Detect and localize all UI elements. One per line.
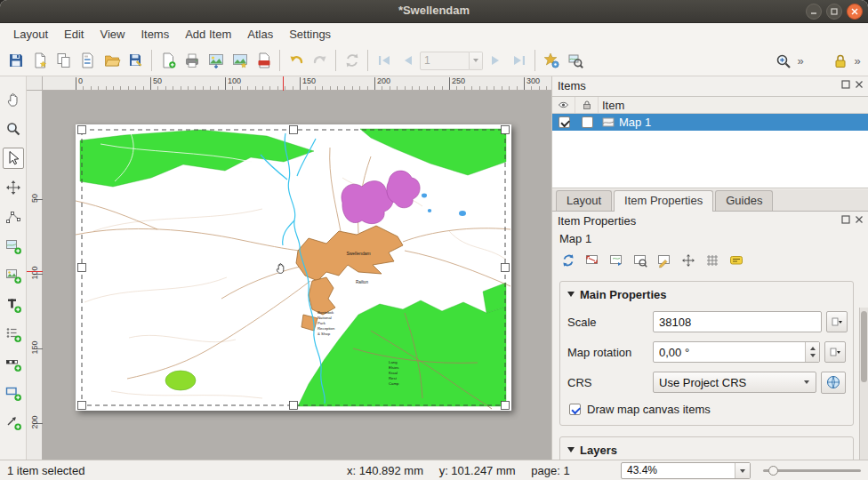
scale-input[interactable] bbox=[653, 311, 822, 332]
main-properties-header[interactable]: Main Properties bbox=[567, 285, 846, 303]
float-panel-icon[interactable] bbox=[841, 80, 850, 89]
zoom-slider[interactable] bbox=[763, 469, 861, 472]
layout-canvas[interactable]: Swellendam Railton Bontebok National Par… bbox=[43, 91, 551, 460]
move-content-button[interactable] bbox=[678, 250, 699, 271]
map-item[interactable]: Swellendam Railton Bontebok National Par… bbox=[76, 124, 511, 411]
layout-manager-button[interactable] bbox=[76, 49, 100, 73]
pan-tool-button[interactable] bbox=[3, 89, 24, 110]
lock-checkbox[interactable] bbox=[582, 116, 593, 128]
export-image-button[interactable] bbox=[204, 49, 228, 73]
add-label-tool-button[interactable] bbox=[3, 294, 24, 316]
minimize-button[interactable] bbox=[806, 4, 822, 20]
menu-settings[interactable]: Settings bbox=[281, 25, 339, 44]
scale-override-button[interactable] bbox=[826, 311, 848, 332]
float-panel-icon[interactable] bbox=[841, 215, 850, 224]
toolbar-overflow-icon[interactable] bbox=[852, 54, 863, 68]
redo-button[interactable] bbox=[308, 49, 332, 73]
menu-view[interactable]: View bbox=[92, 25, 133, 44]
add-shape-tool-button[interactable] bbox=[3, 382, 24, 404]
tab-layout[interactable]: Layout bbox=[556, 190, 612, 211]
properties-scrollbar[interactable] bbox=[859, 308, 868, 460]
menu-edit[interactable]: Edit bbox=[56, 25, 92, 44]
preview-atlas-button[interactable] bbox=[563, 49, 587, 73]
visibility-checkbox[interactable] bbox=[559, 116, 570, 128]
tab-guides[interactable]: Guides bbox=[715, 190, 773, 211]
layout-page[interactable]: Swellendam Railton Bontebok National Par… bbox=[76, 124, 511, 411]
zoom-tool-button[interactable] bbox=[771, 49, 795, 73]
atlas-next-feature-button[interactable] bbox=[483, 49, 507, 73]
tab-item-properties[interactable]: Item Properties bbox=[614, 190, 713, 212]
undo-button[interactable] bbox=[284, 49, 308, 73]
set-scale-to-extent-button[interactable] bbox=[630, 250, 651, 271]
add-map-tool-button[interactable] bbox=[3, 236, 24, 257]
zoom-combo-arrow[interactable] bbox=[735, 463, 750, 478]
zoom-tool-button-left[interactable] bbox=[3, 118, 24, 140]
spin-buttons[interactable] bbox=[805, 342, 819, 362]
items-row-map1[interactable]: Map 1 bbox=[552, 114, 868, 131]
crs-dropdown[interactable]: Use Project CRS bbox=[653, 372, 816, 393]
map-rotation-spinbox[interactable] bbox=[653, 341, 820, 363]
rotation-override-button[interactable] bbox=[824, 341, 846, 363]
draw-canvas-items-checkbox[interactable] bbox=[569, 404, 581, 415]
print-button[interactable] bbox=[180, 49, 204, 73]
print-icon bbox=[183, 52, 201, 69]
labeling-settings-button[interactable] bbox=[726, 250, 747, 271]
select-crs-button[interactable] bbox=[821, 372, 846, 394]
atlas-feature-dropdown-button[interactable] bbox=[470, 52, 483, 70]
atlas-first-feature-button[interactable] bbox=[372, 49, 396, 73]
duplicate-layout-button[interactable] bbox=[52, 49, 76, 73]
maximize-button[interactable] bbox=[826, 4, 842, 20]
menu-add-item[interactable]: Add Item bbox=[177, 25, 239, 44]
edit-nodes-icon bbox=[4, 208, 22, 226]
open-layout-button[interactable] bbox=[100, 49, 124, 73]
update-preview-button[interactable] bbox=[558, 250, 579, 271]
duplicate-layout-icon bbox=[55, 52, 73, 69]
menu-items[interactable]: Items bbox=[133, 25, 177, 44]
atlas-settings-button[interactable] bbox=[539, 49, 563, 73]
add-picture-tool-button[interactable] bbox=[3, 265, 24, 286]
atlas-previous-feature-button[interactable] bbox=[396, 49, 420, 73]
lock-column-header[interactable] bbox=[575, 97, 599, 113]
interactively-edit-extent-button[interactable] bbox=[654, 250, 675, 271]
items-tree: Item Map 1 bbox=[552, 96, 868, 188]
item-column-header[interactable]: Item bbox=[599, 97, 868, 113]
save-project-button[interactable] bbox=[4, 49, 28, 73]
toolbar-overflow-icon[interactable] bbox=[795, 54, 806, 68]
menu-layout[interactable]: Layout bbox=[5, 25, 56, 44]
edit-nodes-tool-button[interactable] bbox=[3, 206, 24, 228]
add-pages-button[interactable] bbox=[156, 49, 180, 73]
move-item-content-tool-button[interactable] bbox=[3, 177, 24, 198]
export-pdf-button[interactable] bbox=[252, 49, 276, 73]
atlas-last-feature-button[interactable] bbox=[507, 49, 531, 73]
camp-label-line: Camp bbox=[389, 381, 399, 386]
park-label-line: & Shop bbox=[317, 332, 331, 336]
close-panel-icon[interactable] bbox=[855, 215, 864, 224]
close-panel-icon[interactable] bbox=[855, 80, 864, 89]
set-extent-to-canvas-button[interactable] bbox=[582, 250, 603, 271]
view-extent-button[interactable] bbox=[606, 250, 627, 271]
add-scalebar-tool-button[interactable] bbox=[3, 353, 24, 374]
menu-atlas[interactable]: Atlas bbox=[239, 25, 281, 44]
save-as-button[interactable] bbox=[124, 49, 148, 73]
refresh-view-button[interactable] bbox=[340, 49, 364, 73]
atlas-feature-number-input[interactable] bbox=[420, 52, 470, 70]
add-legend-tool-button[interactable] bbox=[3, 324, 24, 345]
scrollbar-thumb[interactable] bbox=[861, 311, 867, 382]
layers-header[interactable]: Layers bbox=[567, 441, 846, 459]
lock-items-button[interactable] bbox=[828, 49, 852, 73]
export-svg-button[interactable] bbox=[228, 49, 252, 73]
select-move-item-tool-button[interactable] bbox=[3, 148, 24, 169]
titlebar[interactable]: *Swellendam bbox=[0, 0, 868, 23]
globe-icon bbox=[825, 374, 841, 390]
add-scalebar-icon bbox=[4, 355, 22, 372]
visibility-column-header[interactable] bbox=[552, 97, 575, 113]
zoom-level-combo[interactable]: 43.4% bbox=[621, 462, 751, 479]
close-button[interactable] bbox=[847, 4, 863, 20]
grid-settings-button[interactable] bbox=[702, 250, 723, 271]
map-item-icon bbox=[602, 116, 615, 128]
new-layout-button[interactable] bbox=[28, 49, 52, 73]
map-rotation-input[interactable] bbox=[654, 346, 805, 359]
draw-canvas-items-row[interactable]: Draw map canvas items bbox=[567, 403, 846, 416]
add-arrow-tool-button[interactable] bbox=[3, 412, 24, 433]
zoom-slider-thumb[interactable] bbox=[768, 466, 778, 476]
